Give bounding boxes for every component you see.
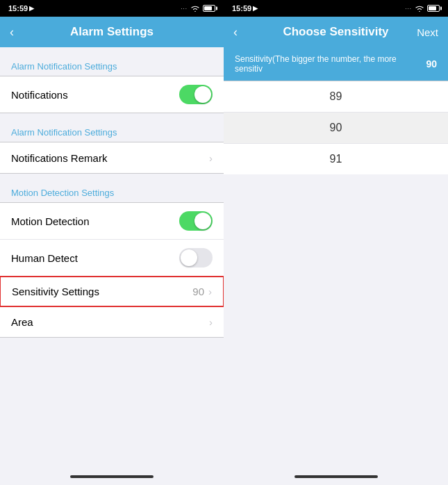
right-dots-icon: ··· bbox=[405, 6, 412, 12]
section-label-3: Motion Detection Settings bbox=[0, 179, 224, 202]
left-home-bar bbox=[70, 475, 154, 478]
area-right: › bbox=[209, 316, 213, 328]
left-panel: 15:59 ▶ ··· ‹ Alarm Settings Alarm Notif… bbox=[0, 0, 224, 485]
area-label: Area bbox=[11, 316, 33, 328]
notifications-toggle[interactable] bbox=[179, 85, 213, 104]
right-battery-icon bbox=[427, 5, 440, 12]
settings-group-2: Notifications Remark › bbox=[0, 142, 224, 174]
battery-icon bbox=[203, 5, 215, 12]
sensitivity-right: 90 › bbox=[192, 286, 212, 297]
sensitivity-settings-label: Sensitivity Settings bbox=[12, 286, 99, 297]
human-toggle-knob bbox=[181, 249, 197, 266]
human-detect-label: Human Detect bbox=[11, 252, 78, 264]
motion-detection-toggle[interactable] bbox=[179, 211, 213, 231]
left-filler bbox=[0, 338, 224, 468]
settings-group-1: Notifications bbox=[0, 76, 224, 113]
left-status-icons: ··· bbox=[181, 5, 215, 12]
sensitivity-list: 89 90 91 bbox=[224, 81, 448, 174]
right-time: 15:59 ▶ bbox=[232, 4, 258, 13]
sensitivity-item-89[interactable]: 89 bbox=[224, 81, 448, 113]
human-detect-toggle[interactable] bbox=[179, 248, 213, 268]
sensitivity-selected-value: 90 bbox=[426, 58, 437, 69]
remark-right: › bbox=[209, 152, 213, 164]
location-icon: ▶ bbox=[29, 5, 34, 12]
right-home-bar bbox=[294, 475, 378, 478]
wifi-icon bbox=[190, 5, 200, 12]
dots-icon: ··· bbox=[181, 6, 188, 12]
area-chevron: › bbox=[209, 316, 213, 328]
right-header: ‹ Choose Sensitivity Next bbox=[224, 17, 448, 47]
motion-detection-row: Motion Detection bbox=[0, 203, 224, 240]
motion-toggle-knob bbox=[194, 213, 211, 229]
right-back-button[interactable]: ‹ bbox=[233, 25, 238, 40]
spacer2 bbox=[0, 113, 224, 119]
notifications-label: Notifications bbox=[11, 89, 68, 101]
sensitivity-value-89: 89 bbox=[330, 90, 342, 102]
right-home-indicator bbox=[224, 468, 448, 485]
spacer1 bbox=[0, 47, 224, 53]
back-button[interactable]: ‹ bbox=[10, 25, 14, 40]
sensitivity-item-91[interactable]: 91 bbox=[224, 144, 448, 174]
right-header-title: Choose Sensitivity bbox=[283, 25, 388, 39]
left-status-bar: 15:59 ▶ ··· bbox=[0, 0, 224, 17]
sensitivity-settings-row[interactable]: Sensitivity Settings 90 › bbox=[0, 276, 224, 307]
right-gray-area bbox=[224, 174, 448, 468]
time-text: 15:59 bbox=[8, 4, 28, 13]
settings-group-3: Motion Detection Human Detect Sensitivit… bbox=[0, 202, 224, 338]
right-status-bar: 15:59 ▶ ··· bbox=[224, 0, 448, 17]
toggle-knob bbox=[194, 86, 211, 103]
notifications-remark-label: Notifications Remark bbox=[11, 152, 107, 164]
next-button[interactable]: Next bbox=[417, 26, 438, 38]
right-status-icons: ··· bbox=[405, 5, 440, 12]
human-detect-row: Human Detect bbox=[0, 240, 224, 277]
sensitivity-value-90: 90 bbox=[330, 122, 342, 133]
left-header: ‹ Alarm Settings bbox=[0, 17, 224, 47]
remark-chevron: › bbox=[209, 152, 213, 164]
sensitivity-value: 90 bbox=[192, 286, 204, 297]
right-wifi-icon bbox=[415, 5, 424, 12]
spacer3 bbox=[0, 174, 224, 179]
left-time: 15:59 ▶ bbox=[8, 4, 34, 13]
left-header-title: Alarm Settings bbox=[70, 25, 154, 39]
sensitivity-description: Sensitivity(The bigger the number, the m… bbox=[235, 54, 424, 74]
left-home-indicator bbox=[0, 468, 224, 485]
sensitivity-value-91: 91 bbox=[330, 153, 342, 165]
sensitivity-chevron: › bbox=[208, 286, 212, 297]
area-row[interactable]: Area › bbox=[0, 306, 224, 337]
right-time-text: 15:59 bbox=[232, 4, 251, 13]
right-panel: 15:59 ▶ ··· ‹ Choose Sensitivity Next Se… bbox=[224, 0, 448, 485]
right-location-icon: ▶ bbox=[253, 5, 258, 12]
section-label-1: Alarm Notification Settings bbox=[0, 53, 224, 76]
sensitivity-item-90[interactable]: 90 bbox=[224, 113, 448, 144]
notifications-row: Notifications bbox=[0, 76, 224, 113]
sensitivity-description-row: Sensitivity(The bigger the number, the m… bbox=[224, 47, 448, 81]
section-label-2: Alarm Notification Settings bbox=[0, 119, 224, 142]
notifications-remark-row[interactable]: Notifications Remark › bbox=[0, 142, 224, 173]
motion-detection-label: Motion Detection bbox=[11, 215, 90, 227]
